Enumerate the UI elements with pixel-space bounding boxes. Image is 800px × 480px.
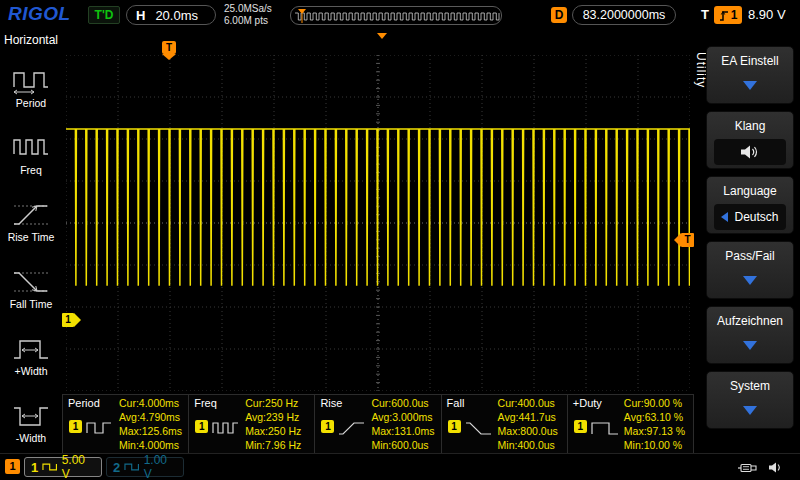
channel-badge: 1	[195, 420, 208, 433]
menu-button-pass-fail[interactable]: Pass/Fail	[706, 241, 794, 299]
measurement-avg: Avg:63.10 %	[624, 410, 685, 424]
menu-button-system[interactable]: System	[706, 371, 794, 429]
delay-badge: D	[551, 7, 567, 23]
minus-width-icon	[11, 401, 51, 431]
sidebar-item-rise-time[interactable]: Rise Time	[0, 200, 62, 262]
freq-icon	[11, 133, 51, 163]
menu-button-language[interactable]: Language Deutsch	[706, 176, 794, 234]
chevron-down-icon	[743, 81, 757, 90]
measurement-cur: Cur:250 Hz	[245, 396, 301, 410]
channel2-status[interactable]: 2 1.00 V	[106, 457, 184, 477]
trigger-level-marker: T	[674, 233, 694, 247]
measurement-cur: Cur:400.0us	[498, 396, 558, 410]
fall-glyph-icon	[465, 419, 493, 437]
measurement-min: Min:400.0us	[498, 438, 558, 452]
measurement-max: Max:97.13 %	[624, 424, 685, 438]
sound-value-box	[714, 139, 786, 165]
channel-badge: 1	[69, 420, 82, 433]
channel-badge: 1	[321, 420, 334, 433]
menu-button-klang[interactable]: Klang	[706, 111, 794, 169]
measurement-max: Max:125.6ms	[119, 424, 182, 438]
channel1-status[interactable]: 1 5.00 V	[24, 457, 102, 477]
trigger-status-badge: T'D	[88, 6, 120, 24]
measurement-avg: Avg:441.7us	[498, 410, 558, 424]
flag-tip	[162, 54, 176, 60]
measurement-strip: Period 1 Cur:4.000ms Avg:4.790ms Max:125…	[62, 394, 694, 453]
period-icon	[11, 66, 51, 96]
horizontal-measure-sidebar: Horizontal Period Freq Rise Time	[0, 30, 62, 453]
measurement-max: Max:131.0ms	[371, 424, 434, 438]
oscilloscope-screen: RIGOL T'D H 20.0ms 25.0MSa/s 6.00M pts D…	[0, 0, 800, 480]
measurement-panel-freq[interactable]: Freq 1 Cur:250 Hz Avg:239 Hz Max:250 Hz …	[189, 395, 315, 453]
sidebar-item-label: Rise Time	[0, 231, 62, 243]
measurement-panel-fall[interactable]: Fall 1 Cur:400.0us Avg:441.7us Max:800.0…	[442, 395, 568, 453]
timebase-readout: H 20.0ms	[126, 5, 216, 25]
sidebar-item-label: -Width	[0, 432, 62, 444]
measurement-min: Min:4.000ms	[119, 438, 182, 452]
channel2-coupling-icon	[124, 461, 139, 473]
sidebar-title: Horizontal	[0, 33, 62, 47]
sidebar-item-period[interactable]: Period	[0, 66, 62, 128]
speaker-icon	[740, 144, 760, 160]
measurement-max: Max:800.0us	[498, 424, 558, 438]
sidebar-item-label: +Width	[0, 365, 62, 377]
timebase-label: H	[136, 8, 145, 23]
channel1-ground-marker: 1	[62, 313, 81, 327]
chevron-left-icon	[721, 212, 728, 222]
chevron-down-icon	[743, 406, 757, 415]
chevron-down-icon	[743, 276, 757, 285]
graticule-and-waveform	[66, 55, 690, 391]
delay-readout: 83.2000000ms	[572, 5, 676, 25]
measurement-max: Max:250 Hz	[245, 424, 301, 438]
chevron-right-icon	[74, 313, 81, 327]
rigol-logo: RIGOL	[8, 3, 71, 25]
period-glyph-icon	[86, 419, 114, 437]
waveform-position-preview	[290, 6, 502, 25]
trigger-source-badge: 1	[714, 6, 742, 24]
measurement-avg: Avg:3.000ms	[371, 410, 434, 424]
language-value: Deutsch	[734, 210, 778, 224]
trigger-label: T	[701, 7, 709, 22]
chevron-down-icon	[743, 341, 757, 350]
trigger-source-number: 1	[731, 8, 738, 22]
menu-button-ea-einstell[interactable]: EA Einstell	[706, 46, 794, 104]
channel-badge: 1	[448, 420, 461, 433]
language-value-box: Deutsch	[714, 204, 786, 230]
measurement-panel-period[interactable]: Period 1 Cur:4.000ms Avg:4.790ms Max:125…	[62, 395, 189, 453]
rising-edge-icon	[719, 9, 729, 22]
preview-waveform	[293, 9, 501, 24]
plus-width-icon	[11, 334, 51, 364]
channel1-coupling-icon	[42, 461, 57, 473]
top-status-bar: RIGOL T'D H 20.0ms 25.0MSa/s 6.00M pts D…	[0, 0, 800, 30]
sidebar-item-plus-width[interactable]: +Width	[0, 334, 62, 396]
freq-glyph-icon	[212, 419, 240, 437]
trigger-source-corner-badge: 1	[5, 459, 20, 474]
bottom-status-bar: 1 1 5.00 V 2 1.00 V	[0, 453, 800, 480]
measurement-avg: Avg:239 Hz	[245, 410, 301, 424]
measurement-cur: Cur:600.0us	[371, 396, 434, 410]
sample-rate: 25.0MSa/s	[224, 3, 272, 15]
menu-button-aufzeichnen[interactable]: Aufzeichnen	[706, 306, 794, 364]
sidebar-item-label: Period	[0, 97, 62, 109]
rise-time-icon	[11, 200, 51, 230]
rise-glyph-icon	[338, 419, 366, 437]
timebase-value: 20.0ms	[155, 8, 198, 23]
sidebar-item-fall-time[interactable]: Fall Time	[0, 267, 62, 329]
sidebar-item-label: Freq	[0, 164, 62, 176]
trigger-level-readout: 8.90 V	[748, 7, 786, 22]
sidebar-item-freq[interactable]: Freq	[0, 133, 62, 195]
chevron-left-icon	[674, 233, 681, 247]
speaker-icon	[768, 461, 782, 474]
measurement-min: Min:600.0us	[371, 438, 434, 452]
channel2-number: 2	[113, 460, 120, 475]
measurement-panel-duty[interactable]: +Duty 1 Cur:90.00 % Avg:63.10 % Max:97.1…	[568, 395, 694, 453]
acquisition-readout: 25.0MSa/s 6.00M pts	[224, 3, 272, 27]
channel1-scale: 5.00 V	[62, 453, 95, 480]
measurement-avg: Avg:4.790ms	[119, 410, 182, 424]
trigger-position-marker: T	[162, 41, 176, 60]
measurement-panel-rise[interactable]: Rise 1 Cur:600.0us Avg:3.000ms Max:131.0…	[315, 395, 441, 453]
memory-depth: 6.00M pts	[224, 15, 272, 27]
sidebar-item-label: Fall Time	[0, 298, 62, 310]
fall-time-icon	[11, 267, 51, 297]
channel1-number: 1	[31, 460, 38, 475]
